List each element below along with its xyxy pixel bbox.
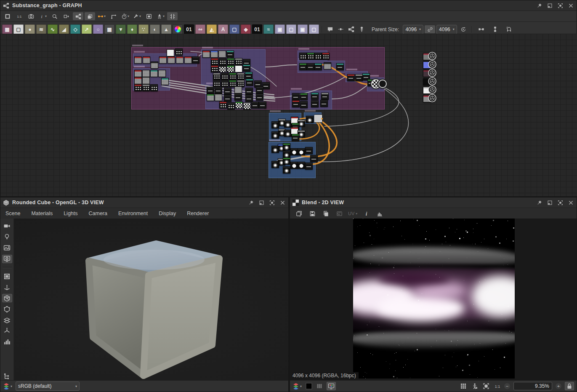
dock-button[interactable] [258, 200, 265, 206]
graph-node[interactable] [234, 93, 242, 101]
camera-video-button[interactable] [2, 222, 12, 230]
clean-button[interactable]: ▾ [155, 12, 166, 20]
graph-node[interactable] [298, 148, 305, 155]
graph-node[interactable] [224, 95, 231, 102]
parent-size-width-dropdown[interactable]: 4096▾ [403, 25, 423, 34]
graph-node[interactable] [305, 147, 313, 154]
graph-node[interactable] [176, 56, 183, 64]
graph-node[interactable] [305, 163, 313, 170]
geometry-frame-button[interactable] [2, 272, 12, 280]
stats-button[interactable] [2, 338, 12, 346]
pin-node-button[interactable] [357, 24, 366, 35]
graph-node[interactable] [211, 65, 218, 72]
output-badge-icon[interactable] [428, 69, 436, 77]
graph-node[interactable] [307, 63, 314, 70]
colorspace-dropdown[interactable]: sRGB (default) ▾ [16, 381, 80, 391]
graph-node[interactable] [243, 102, 251, 109]
histogram-scan-node-button[interactable]: ▲ [161, 24, 171, 35]
graph-node[interactable] [324, 62, 331, 69]
copy-image-button[interactable] [320, 209, 331, 218]
view2d-titlebar[interactable]: Blend - 2D VIEW [290, 197, 577, 208]
graph-node[interactable] [226, 51, 234, 58]
dot-node-button[interactable]: ∵ [138, 24, 149, 35]
frame-all-button[interactable] [2, 12, 13, 20]
lock-zoom-button[interactable] [565, 382, 574, 390]
graph-node[interactable] [207, 94, 214, 101]
output-badge-icon[interactable] [428, 85, 436, 94]
pin-button[interactable] [536, 200, 542, 206]
graph-node[interactable] [167, 49, 174, 56]
graph-node[interactable] [134, 70, 142, 77]
view3d-viewport[interactable] [0, 219, 288, 381]
maximize-button[interactable] [557, 3, 564, 9]
graph-node[interactable] [227, 58, 234, 65]
graph-node[interactable] [251, 101, 259, 109]
graph-node[interactable] [314, 63, 322, 70]
environment-map-button[interactable] [2, 244, 12, 252]
curve-map-node-button[interactable]: ▣ [298, 24, 308, 35]
mirror-node-button[interactable]: ◭ [207, 24, 217, 35]
graph-view-button[interactable] [73, 12, 83, 20]
blur-node-button[interactable]: ● [25, 24, 35, 35]
graph-node[interactable] [237, 73, 245, 80]
graph-node[interactable] [283, 157, 290, 165]
graph-node[interactable] [134, 84, 142, 91]
graph-node[interactable] [306, 116, 314, 123]
graph-node[interactable] [235, 65, 242, 72]
bitmap-node-button[interactable]: ▦ [2, 24, 12, 35]
crop-node-button[interactable]: ▢ [229, 24, 239, 35]
menu-lights[interactable]: Lights [64, 211, 77, 216]
scene-tree-button[interactable] [2, 372, 12, 381]
graph-node[interactable] [243, 64, 250, 72]
graph-node[interactable] [215, 87, 222, 94]
menu-display[interactable]: Display [159, 211, 176, 216]
close-button[interactable] [568, 3, 574, 9]
reset-size-button[interactable] [458, 25, 469, 33]
graph-node[interactable] [218, 51, 226, 58]
subgraph-button[interactable] [346, 24, 356, 35]
graph-node[interactable] [292, 100, 300, 107]
graph-node[interactable] [150, 84, 158, 91]
save-image-button[interactable] [307, 209, 318, 218]
graph-node[interactable] [219, 65, 226, 72]
info-mode-button[interactable]: i▾ [37, 12, 48, 20]
colorspace-layers-icon[interactable]: ▾ [3, 383, 12, 389]
graph-node[interactable] [142, 70, 150, 77]
graph-node[interactable] [210, 51, 218, 58]
zoom-out-button[interactable]: − [504, 383, 510, 389]
graph-node[interactable] [161, 78, 169, 85]
close-button[interactable] [568, 200, 574, 206]
graph-node[interactable] [175, 48, 183, 56]
snap-grid-button[interactable] [167, 12, 178, 20]
spline-node-button[interactable]: ∾ [195, 24, 205, 35]
switch-node-button[interactable]: 01 [184, 24, 194, 35]
graph-node[interactable] [143, 56, 150, 64]
maximize-button[interactable] [557, 200, 564, 206]
graph-canvas[interactable] [0, 34, 577, 197]
compute-time-button[interactable]: ▾ [120, 12, 130, 20]
graph-node[interactable] [142, 77, 150, 84]
align-horizontal-button[interactable] [477, 24, 486, 35]
distribute-vertical-button[interactable] [491, 24, 500, 35]
color-display-button[interactable] [327, 382, 336, 390]
graph-node[interactable] [290, 162, 298, 169]
graph-node[interactable] [229, 73, 237, 80]
blend-node-output-circle[interactable] [378, 80, 387, 88]
graph-node[interactable] [259, 101, 266, 109]
dock-button[interactable] [547, 200, 553, 206]
graph-node[interactable] [322, 53, 330, 60]
graph-node[interactable] [320, 100, 328, 107]
thumbnail-button[interactable] [144, 12, 154, 20]
zoom-in-button[interactable]: + [556, 383, 561, 389]
transform-axes-button[interactable] [2, 283, 12, 291]
dot-link-button[interactable] [336, 24, 345, 35]
graph-node[interactable] [347, 74, 355, 81]
snap-magnet-button[interactable] [505, 24, 514, 35]
graph-node[interactable] [192, 56, 199, 64]
actual-pixels-button[interactable]: 1:1 [494, 383, 501, 389]
view2d-canvas[interactable]: 4096 x 4096 (RGBA, 16bpc) [290, 219, 577, 381]
link-size-button[interactable] [425, 25, 435, 33]
graph-node[interactable] [299, 63, 307, 70]
info-button[interactable]: i [361, 209, 372, 218]
height-blend-node-button[interactable]: ▼ [116, 24, 126, 35]
